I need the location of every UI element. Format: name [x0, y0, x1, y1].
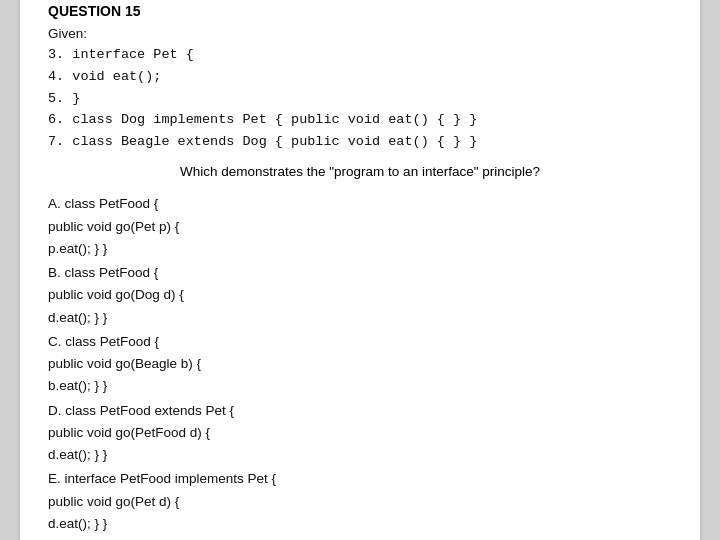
code-block: 3. interface Pet { 4. void eat(); 5. } 6…	[48, 44, 672, 152]
question-header: QUESTION 15	[48, 3, 672, 19]
answers-block: A. class PetFood { public void go(Pet p)…	[48, 193, 672, 535]
answer-a-line-1: A. class PetFood {	[48, 193, 672, 215]
answer-b-line-2: public void go(Dog d) {	[48, 284, 672, 306]
answer-c-line-2: public void go(Beagle b) {	[48, 353, 672, 375]
answer-d: D. class PetFood extends Pet { public vo…	[48, 400, 672, 467]
answer-a-line-2: public void go(Pet p) {	[48, 216, 672, 238]
answer-b-line-1: B. class PetFood {	[48, 262, 672, 284]
answer-d-line-2: public void go(PetFood d) {	[48, 422, 672, 444]
question-number: 15	[125, 3, 141, 19]
answer-b: B. class PetFood { public void go(Dog d)…	[48, 262, 672, 329]
answer-a-line-3: p.eat(); } }	[48, 238, 672, 260]
answer-e-line-2: public void go(Pet d) {	[48, 491, 672, 513]
code-line-2: 4. void eat();	[48, 66, 672, 88]
code-line-5: 7. class Beagle extends Dog { public voi…	[48, 131, 672, 153]
answer-a: A. class PetFood { public void go(Pet p)…	[48, 193, 672, 260]
answer-e-line-3: d.eat(); } }	[48, 513, 672, 535]
question-body: Given: 3. interface Pet { 4. void eat();…	[48, 23, 672, 153]
answer-c-line-1: C. class PetFood {	[48, 331, 672, 353]
answer-e-line-1: E. interface PetFood implements Pet {	[48, 468, 672, 490]
answer-e: E. interface PetFood implements Pet { pu…	[48, 468, 672, 535]
given-label: Given:	[48, 23, 672, 45]
question-prompt: Which demonstrates the "program to an in…	[48, 164, 672, 179]
answer-d-line-1: D. class PetFood extends Pet {	[48, 400, 672, 422]
code-line-4: 6. class Dog implements Pet { public voi…	[48, 109, 672, 131]
code-line-3: 5. }	[48, 88, 672, 110]
answer-c-line-3: b.eat(); } }	[48, 375, 672, 397]
code-line-1: 3. interface Pet {	[48, 44, 672, 66]
question-card: QUESTION 15 Given: 3. interface Pet { 4.…	[20, 0, 700, 540]
question-label: QUESTION	[48, 3, 121, 19]
answer-c: C. class PetFood { public void go(Beagle…	[48, 331, 672, 398]
answer-d-line-3: d.eat(); } }	[48, 444, 672, 466]
answer-b-line-3: d.eat(); } }	[48, 307, 672, 329]
